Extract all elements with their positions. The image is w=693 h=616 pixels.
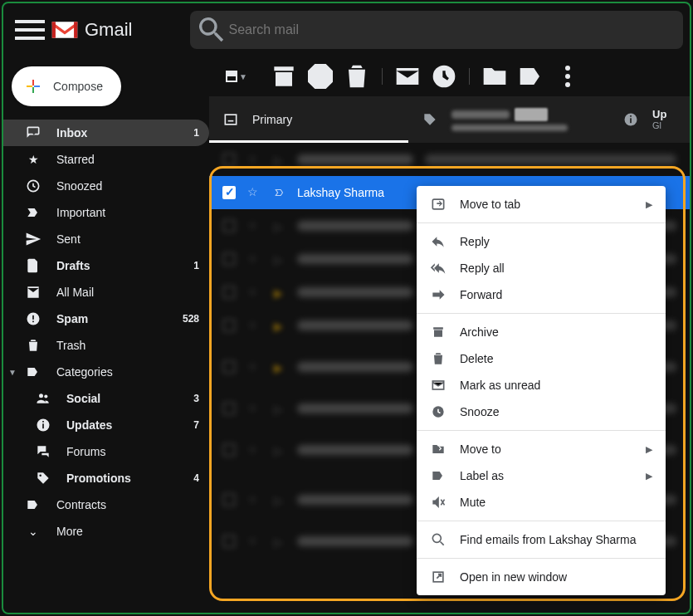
svg-point-22	[432, 534, 441, 542]
search-icon	[430, 531, 447, 548]
gmail-logo[interactable]: Gmail	[50, 18, 132, 42]
mail-icon	[25, 284, 41, 301]
label-solid-icon	[25, 496, 41, 513]
toolbar: ▼	[209, 56, 690, 96]
svg-rect-18	[630, 115, 632, 117]
tab-updates[interactable]: Up Gl	[616, 96, 682, 143]
svg-point-5	[44, 394, 47, 398]
svg-point-12	[565, 74, 570, 79]
category-tabs: Primary Up Gl	[209, 96, 690, 143]
tab-promotions[interactable]	[408, 96, 616, 143]
search-bar[interactable]	[190, 11, 683, 49]
svg-rect-7	[42, 423, 44, 428]
info-icon	[35, 417, 51, 433]
archive-icon	[430, 324, 447, 340]
reply-all-icon	[430, 260, 447, 276]
mark-unread-button[interactable]	[391, 60, 424, 93]
compose-label: Compose	[53, 80, 103, 93]
select-all-button[interactable]: ▼	[222, 71, 251, 82]
chevron-right-icon: ▶	[646, 471, 652, 482]
search-input[interactable]	[228, 22, 678, 37]
forward-icon	[430, 286, 447, 303]
menu-delete[interactable]: Delete	[417, 345, 666, 372]
sidebar-item-inbox[interactable]: Inbox 1	[3, 120, 209, 146]
compose-button[interactable]: Compose	[12, 66, 121, 106]
svg-point-4	[39, 394, 43, 398]
svg-rect-14	[225, 115, 236, 125]
sidebar-item-starred[interactable]: ★ Starred	[3, 146, 209, 173]
menu-mark-unread[interactable]: Mark as unread	[417, 372, 666, 398]
plus-icon	[23, 76, 43, 96]
svg-rect-15	[228, 120, 234, 122]
label-icon	[25, 364, 41, 380]
chevron-down-icon: ⌄	[25, 523, 41, 540]
forum-icon	[35, 443, 51, 460]
sidebar: Compose Inbox 1 ★ Starred Snoozed Import…	[3, 56, 209, 613]
svg-rect-3	[32, 321, 34, 323]
open-new-window-icon	[430, 569, 447, 585]
svg-point-9	[39, 474, 41, 477]
tab-primary[interactable]: Primary	[209, 96, 408, 143]
trash-icon	[25, 337, 41, 354]
important-icon	[25, 204, 41, 221]
gmail-icon	[50, 18, 80, 42]
chevron-right-icon: ▶	[646, 199, 652, 210]
menu-reply-all[interactable]: Reply all	[417, 255, 666, 281]
clock-icon	[25, 178, 41, 194]
folder-move-icon	[430, 441, 447, 457]
delete-button[interactable]	[340, 60, 373, 93]
sidebar-item-promotions[interactable]: Promotions 4	[3, 465, 209, 491]
menu-snooze[interactable]: Snooze	[417, 398, 666, 425]
snooze-button[interactable]	[427, 60, 461, 93]
tag-icon	[35, 470, 51, 486]
email-context-menu: Move to tab ▶ Reply Reply all Forward Ar…	[417, 186, 666, 595]
menu-find-emails[interactable]: Find emails from Lakshay Sharma	[417, 526, 666, 553]
menu-label-as[interactable]: Label as ▶	[417, 462, 666, 489]
inbox-icon	[25, 125, 41, 141]
sidebar-item-trash[interactable]: Trash	[3, 332, 209, 359]
svg-point-13	[565, 82, 570, 87]
move-tab-icon	[430, 196, 447, 213]
caret-down-icon: ▼	[8, 368, 17, 377]
people-icon	[35, 390, 51, 407]
search-icon	[195, 13, 228, 46]
chevron-right-icon: ▶	[646, 444, 652, 455]
info-icon	[622, 111, 639, 128]
mail-row[interactable]: ☆▷	[209, 143, 690, 176]
menu-reply[interactable]: Reply	[417, 228, 666, 255]
send-icon	[25, 231, 41, 247]
sidebar-item-social[interactable]: Social 3	[3, 385, 209, 412]
file-icon	[25, 257, 41, 274]
sidebar-item-spam[interactable]: Spam 528	[3, 306, 209, 332]
sidebar-item-drafts[interactable]: Drafts 1	[3, 252, 209, 279]
svg-rect-17	[630, 118, 632, 123]
main-menu-button[interactable]	[10, 10, 50, 50]
menu-open-new-window[interactable]: Open in new window	[417, 564, 666, 590]
sidebar-item-allmail[interactable]: All Mail	[3, 279, 209, 306]
sidebar-item-forums[interactable]: Forums	[3, 438, 209, 465]
labels-button[interactable]	[515, 60, 548, 93]
report-spam-button[interactable]	[304, 60, 337, 93]
star-icon[interactable]: ☆	[247, 185, 262, 200]
sidebar-item-snoozed[interactable]: Snoozed	[3, 173, 209, 199]
menu-mute[interactable]: Mute	[417, 489, 666, 516]
more-button[interactable]	[551, 60, 584, 93]
checkbox-icon	[226, 71, 237, 82]
menu-archive[interactable]: Archive	[417, 319, 666, 345]
menu-move-to-tab[interactable]: Move to tab ▶	[417, 191, 666, 218]
menu-move-to[interactable]: Move to ▶	[417, 436, 666, 462]
move-to-button[interactable]	[478, 60, 511, 93]
tag-icon	[422, 111, 438, 128]
reply-icon	[430, 233, 447, 250]
sidebar-item-sent[interactable]: Sent	[3, 226, 209, 252]
menu-forward[interactable]: Forward	[417, 281, 666, 308]
checkbox-checked-icon[interactable]	[222, 186, 236, 199]
sidebar-item-more[interactable]: ⌄ More	[3, 518, 209, 545]
sidebar-item-contracts[interactable]: Contracts	[3, 491, 209, 518]
trash-icon	[430, 350, 447, 367]
archive-button[interactable]	[267, 60, 300, 93]
sidebar-item-important[interactable]: Important	[3, 199, 209, 226]
important-icon[interactable]	[274, 187, 285, 198]
sidebar-item-categories[interactable]: ▼ Categories	[3, 359, 209, 385]
sidebar-item-updates[interactable]: Updates 7	[3, 412, 209, 438]
